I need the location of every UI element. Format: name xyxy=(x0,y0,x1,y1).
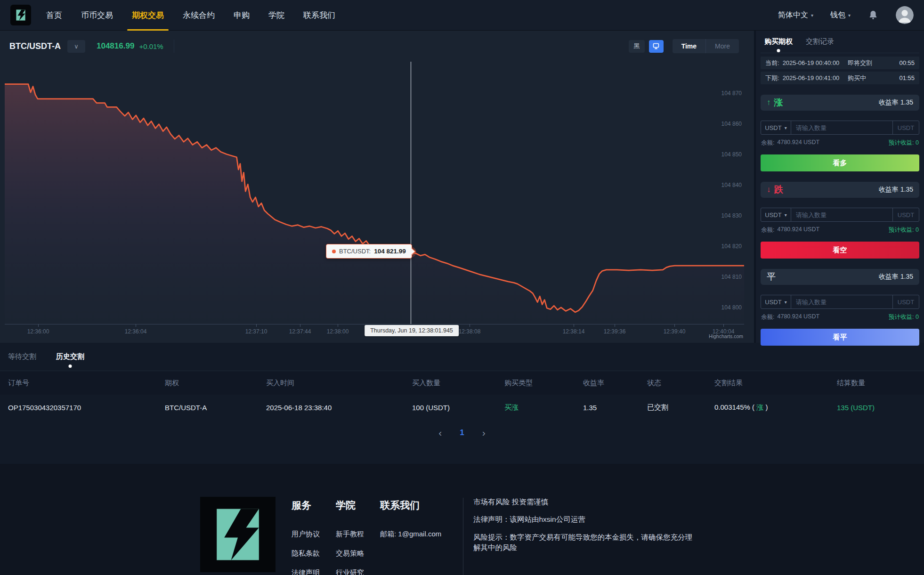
x-axis-tick xyxy=(674,324,675,327)
orders-column-header: 期权 xyxy=(165,379,266,388)
chevron-down-icon: ∨ xyxy=(74,43,79,50)
arrow-down-icon: ↓ xyxy=(767,185,771,194)
fall-currency-dropdown[interactable]: USDT ▾ xyxy=(761,208,791,221)
y-axis-label: 104 870 xyxy=(721,90,742,97)
footer-col-academy: 学院 新手教程 交易策略 行业研究 xyxy=(336,497,364,575)
footer-link-privacy[interactable]: 隐私条款 xyxy=(292,549,320,558)
timeframe-more-button[interactable]: More xyxy=(705,39,739,53)
footer-col-service: 服务 用户协议 隐私条款 法律声明 xyxy=(292,497,320,575)
next-datetime: 2025-06-19 00:41:00 xyxy=(783,74,840,81)
rise-amount-input[interactable] xyxy=(791,121,892,134)
fall-amount-input[interactable] xyxy=(791,208,892,221)
x-axis-tick xyxy=(723,324,724,327)
crosshair-date-label: Thursday, Jun 19, 12:38:01.945 xyxy=(365,325,459,336)
chart-style-button[interactable] xyxy=(649,40,664,53)
y-axis-label: 104 820 xyxy=(721,243,742,250)
x-axis-label: 12:36:04 xyxy=(125,328,147,335)
footer-link-research[interactable]: 行业研究 xyxy=(336,568,364,575)
brand-logo[interactable] xyxy=(10,5,31,25)
tab-delivery-records[interactable]: 交割记录 xyxy=(806,37,834,46)
order-type: 买涨 xyxy=(504,403,583,412)
footer-link-user-agreement[interactable]: 用户协议 xyxy=(292,530,320,539)
order-option: BTC/USDT-A xyxy=(165,404,266,412)
flat-currency-dropdown[interactable]: USDT ▾ xyxy=(761,295,791,308)
brand-logo-icon xyxy=(13,8,28,23)
x-axis-tick xyxy=(300,324,300,327)
tab-history-delivery[interactable]: 历史交割 xyxy=(56,352,84,361)
page-number[interactable]: 1 xyxy=(460,428,464,437)
footer-divider xyxy=(463,498,463,575)
fall-unit-suffix: USDT xyxy=(892,208,919,221)
rise-label: 涨 xyxy=(774,97,783,109)
x-axis-line xyxy=(5,324,744,324)
nav-item-academy[interactable]: 学院 xyxy=(268,0,284,31)
tab-buy-options[interactable]: 购买期权 xyxy=(764,37,793,46)
page-prev-button[interactable]: ‹ xyxy=(438,428,442,437)
footer-col-title: 联系我们 xyxy=(380,499,441,512)
symbol-dropdown[interactable]: ∨ xyxy=(67,40,85,53)
notification-bell-icon[interactable] xyxy=(867,9,879,21)
main-nav: 首页 币币交易 期权交易 永续合约 申购 学院 联系我们 xyxy=(46,0,335,31)
footer-logo xyxy=(200,497,276,572)
order-amount: 100 (USDT) xyxy=(412,404,504,412)
top-nav: 首页 币币交易 期权交易 永续合约 申购 学院 联系我们 简体中文 ▾ 钱包 ▾ xyxy=(0,0,924,31)
buy-flat-button[interactable]: 看平 xyxy=(761,329,919,346)
y-axis-label: 104 850 xyxy=(721,151,742,158)
buy-long-button[interactable]: 看多 xyxy=(761,154,919,171)
buy-short-button[interactable]: 看空 xyxy=(761,242,919,259)
current-price: 104816.99 xyxy=(97,41,134,51)
balance-value: 4780.924 USDT xyxy=(777,139,819,147)
next-countdown: 01:55 xyxy=(893,74,915,81)
user-avatar[interactable] xyxy=(896,6,914,24)
order-buy-time: 2025-06-18 23:38:40 xyxy=(266,404,412,412)
nav-item-options[interactable]: 期权交易 xyxy=(132,0,164,31)
tab-pending-delivery[interactable]: 等待交割 xyxy=(8,352,36,361)
section-fall: ↓ 跌 收益率 1.35 USDT ▾ USDT 余额: 4780.924 US… xyxy=(761,182,919,259)
divider xyxy=(174,40,174,53)
result-direction: 涨 xyxy=(756,403,763,411)
balance-label: 余额: xyxy=(761,139,774,147)
footer-link-strategy[interactable]: 交易策略 xyxy=(336,549,364,558)
footer-logo-icon xyxy=(200,497,276,572)
next-status: 购买中 xyxy=(848,74,893,82)
nav-item-subscribe[interactable]: 申购 xyxy=(234,0,250,31)
balance-value: 4780.924 USDT xyxy=(777,226,819,234)
footer-link-legal[interactable]: 法律声明 xyxy=(292,568,320,575)
pagination: ‹ 1 › xyxy=(0,428,924,437)
current-datetime: 2025-06-19 00:40:00 xyxy=(783,59,840,66)
language-selector[interactable]: 简体中文 ▾ xyxy=(778,10,813,20)
x-axis-tick xyxy=(136,324,136,327)
tooltip-label: BTC/USDT: xyxy=(339,248,371,255)
chart-section: BTC/USDT-A ∨ 104816.99 +0.01% 黑 Time Mor… xyxy=(0,31,754,343)
price-chart[interactable]: BTC/USDT: 104 821.99 Thursday, Jun 19, 1… xyxy=(5,62,744,343)
nav-item-spot[interactable]: 币币交易 xyxy=(81,0,113,31)
nav-item-contact[interactable]: 联系我们 xyxy=(303,0,335,31)
risk-notice: 市场有风险 投资需谨慎 xyxy=(473,497,692,507)
y-axis-label: 104 840 xyxy=(721,182,742,188)
symbol-label: BTC/USDT-A xyxy=(9,41,61,51)
footer-link-tutorial[interactable]: 新手教程 xyxy=(336,530,364,539)
chevron-down-icon: ▾ xyxy=(785,300,787,305)
language-label: 简体中文 xyxy=(778,10,808,20)
y-axis-label: 104 800 xyxy=(721,304,742,311)
nav-item-home[interactable]: 首页 xyxy=(46,0,62,31)
x-axis-label: 12:38:00 xyxy=(327,328,349,335)
nav-item-perpetual[interactable]: 永续合约 xyxy=(183,0,215,31)
rise-currency-dropdown[interactable]: USDT ▾ xyxy=(761,121,791,134)
fall-label: 跌 xyxy=(774,184,783,196)
est-profit-label: 预计收益: xyxy=(889,139,914,146)
page-next-button[interactable]: › xyxy=(482,428,486,437)
est-profit-value: 0 xyxy=(916,139,919,146)
x-axis-tick xyxy=(615,324,615,327)
current-countdown: 00:55 xyxy=(893,59,915,66)
flat-amount-input[interactable] xyxy=(791,295,892,308)
balance-label: 余额: xyxy=(761,226,774,234)
footer-contact-email[interactable]: 邮箱: 1@gmail.com xyxy=(380,530,441,539)
wallet-label: 钱包 xyxy=(830,10,845,20)
order-rate: 1.35 xyxy=(583,404,647,412)
orders-section: 等待交割 历史交割 订单号期权买入时间买入数量购买类型收益率状态交割结果结算数量… xyxy=(0,343,924,464)
theme-dark-button[interactable]: 黑 xyxy=(629,40,645,53)
timeframe-time-button[interactable]: Time xyxy=(673,39,705,53)
wallet-menu[interactable]: 钱包 ▾ xyxy=(830,10,851,20)
x-axis-label: 12:39:40 xyxy=(664,328,686,335)
